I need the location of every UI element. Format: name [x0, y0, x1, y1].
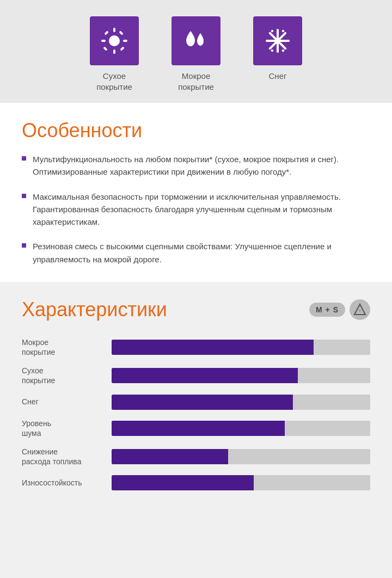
bar-track: [112, 395, 370, 410]
mountain-snowflake-icon: *: [353, 303, 367, 317]
bar-row: Уровеньшума: [22, 419, 370, 438]
bar-row: Износостойкость: [22, 475, 370, 490]
bar-label: Снег: [22, 397, 112, 407]
bar-label: Снижениерасхода топлива: [22, 447, 112, 466]
bar-row: Мокроепокрытие: [22, 337, 370, 357]
feature-text-1: Мультифункциональность на любом покрытии…: [33, 153, 370, 179]
svg-rect-3: [101, 40, 106, 42]
characteristics-section: Характеристики M + S * МокроепокрытиеСух…: [0, 282, 392, 518]
snow-icon-box: [253, 16, 302, 65]
chars-header: Характеристики M + S *: [22, 298, 370, 321]
dry-icon-box: [90, 16, 139, 65]
bars-container: МокроепокрытиеСухоепокрытиеСнегУровеньшу…: [22, 337, 370, 496]
svg-rect-6: [120, 46, 124, 51]
bar-fill: [112, 340, 314, 355]
wet-label: Мокроепокрытие: [178, 71, 214, 92]
chars-title: Характеристики: [22, 298, 167, 321]
bar-label: Уровеньшума: [22, 419, 112, 438]
wet-icon-item: Мокроепокрытие: [171, 16, 220, 92]
snow-label: Снег: [269, 71, 287, 82]
bar-fill: [112, 421, 285, 436]
svg-text:*: *: [359, 309, 361, 314]
svg-point-0: [109, 35, 120, 46]
feature-list: Мультифункциональность на любом покрытии…: [22, 153, 370, 266]
bar-track: [112, 421, 370, 436]
bar-row: Сухоепокрытие: [22, 366, 370, 385]
list-item: Максимальная безопасность при торможении…: [22, 190, 370, 229]
svg-rect-2: [113, 50, 115, 54]
ms-badge: M + S: [309, 303, 345, 317]
svg-rect-16: [281, 49, 285, 52]
bar-label: Износостойкость: [22, 478, 112, 488]
drops-icon: [182, 27, 210, 55]
bar-label: Сухоепокрытие: [22, 366, 112, 385]
svg-rect-14: [281, 29, 285, 33]
sun-icon: [100, 27, 128, 55]
list-item: Мультифункциональность на любом покрытии…: [22, 153, 370, 179]
dry-icon-item: Сухоепокрытие: [90, 16, 139, 92]
bar-track: [112, 449, 370, 464]
bar-fill: [112, 475, 254, 490]
bar-fill: [112, 449, 228, 464]
bar-label: Мокроепокрытие: [22, 337, 112, 357]
svg-rect-1: [113, 28, 115, 32]
bar-fill: [112, 368, 298, 383]
snowflake-icon: [264, 27, 292, 55]
snow-icon-item: Снег: [253, 16, 302, 82]
svg-rect-7: [119, 30, 123, 35]
bar-fill: [112, 395, 293, 410]
bar-row: Снижениерасхода топлива: [22, 447, 370, 466]
bar-row: Снег: [22, 395, 370, 410]
bar-track: [112, 475, 370, 490]
svg-rect-15: [271, 49, 274, 52]
feature-text-3: Резиновая смесь с высокими сцепными свой…: [33, 240, 370, 266]
svg-rect-8: [103, 46, 107, 51]
features-title: Особенности: [22, 119, 370, 142]
snow-badge: *: [350, 299, 370, 320]
svg-rect-5: [104, 30, 108, 35]
svg-rect-4: [123, 40, 127, 42]
bar-track: [112, 340, 370, 355]
svg-rect-13: [271, 29, 274, 33]
chars-badges: M + S *: [309, 299, 370, 320]
dry-label: Сухоепокрытие: [96, 71, 132, 92]
bullet-icon: [22, 243, 26, 248]
bullet-icon: [22, 156, 26, 161]
feature-text-2: Максимальная безопасность при торможении…: [33, 190, 370, 229]
icons-section: Сухоепокрытие Мокроепокрытие: [0, 0, 392, 103]
features-section: Особенности Мультифункциональность на лю…: [0, 103, 392, 282]
bar-track: [112, 368, 370, 383]
list-item: Резиновая смесь с высокими сцепными свой…: [22, 240, 370, 266]
wet-icon-box: [171, 16, 220, 65]
bullet-icon: [22, 194, 26, 198]
